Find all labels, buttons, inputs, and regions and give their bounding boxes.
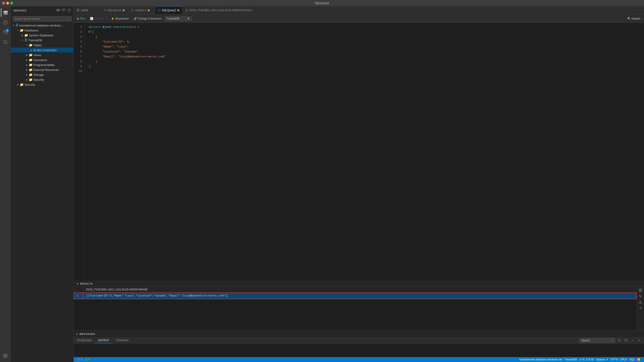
status-bar: 3 0 tutorialserver.database.windows.net … [74,357,644,362]
databases-node[interactable]: ▼ 📁 Databases [11,28,74,33]
smiley[interactable]: 🙂 [636,358,641,361]
servers-activity-icon[interactable] [1,8,10,17]
results-row-1[interactable]: 1 [{"CustomerID":5,"Name":"Lucy","Locati… [74,293,636,299]
databases-label: Databases [24,29,38,32]
connection-info[interactable]: tutorialserver.database.windows.net : Tu… [518,358,578,361]
server-tree: ▼ 🗄 tutorialserver.database.windows.... … [11,23,74,362]
synonyms-node[interactable]: ▶ 📁 Synonyms [11,57,74,62]
explain-button[interactable]: 🔍 Explain [626,16,642,21]
line-ending-label: CRLF [620,358,627,361]
tab-json[interactable]: {} JSON_F52E2B61-18A1-11d1-B105-00805F49… [182,6,241,14]
new-connection-icon[interactable] [56,8,60,12]
tab-terminal[interactable]: TERMINAL [112,338,132,343]
status-right: tutorialserver.database.windows.net : Tu… [518,358,641,361]
storage-folder-icon: 📁 [29,73,32,76]
tutorialdb-security-node[interactable]: ▶ 📁 Security [11,77,74,82]
tables-node[interactable]: ▼ 📁 Tables [11,43,74,47]
language-info[interactable]: SQL [628,358,636,361]
error-count[interactable]: 3 [76,358,83,361]
search-dropdown-wrap: Search [579,338,615,343]
dbo-customers-node[interactable]: ▶ ⊞ dbo.Customers [11,47,74,52]
svg-rect-18 [639,289,640,290]
more-tabs-button[interactable]: ··· [636,6,644,14]
database-icon: 🗄 [24,38,28,42]
encoding-info[interactable]: UTF-8 [610,358,619,361]
svg-point-4 [6,33,7,34]
editor-area: 🗄 rialDB ⬡ SQLQuery1 ⬡ Untitled-3 ⬡ SQLQ… [74,6,644,362]
tab-rialdb[interactable]: 🗄 rialDB [74,6,100,14]
smiley-icon: 🙂 [637,358,640,361]
position-label: Ln 6, Col 30 [579,358,594,361]
settings-activity-icon[interactable] [1,351,10,360]
warning-count[interactable]: 0 [84,358,91,361]
cancel-label: Cancel [94,17,102,20]
storage-node[interactable]: ▶ 📁 Storage [11,72,74,77]
tab-output[interactable]: OUTPUT [95,338,112,343]
svg-point-7 [4,41,7,43]
tutorialdb-arrow: ▼ [21,38,24,42]
tab-sqlquery2[interactable]: ⬡ SQLQuery2 [155,6,182,14]
line-ending-info[interactable]: CRLF [619,358,628,361]
code-line-5: "Name": "Lucy", [88,44,640,49]
views-label: Views [34,53,41,57]
results-export-icon[interactable] [638,299,643,305]
svg-rect-35 [626,340,628,342]
source-control-activity-icon[interactable]: 3 [1,28,10,37]
refresh-icon[interactable] [67,8,71,12]
code-line-4: "CustomerID": 5, [88,39,640,44]
position-info[interactable]: Ln 6, Col 30 [578,358,595,361]
tab-untitled3[interactable]: ⬡ Untitled-3 [128,6,155,14]
database-selector[interactable]: TutorialDB ▼ [165,16,192,21]
code-editor[interactable]: 1 2 3 4 5 6 7 8 9 10 declare @json nvarc… [74,23,644,281]
views-node[interactable]: ▶ 📁 Views [11,52,74,57]
svg-rect-2 [4,14,8,15]
change-connection-button[interactable]: 🔗 Change Connection [132,16,164,21]
search-activity-icon[interactable] [1,38,10,47]
copy-icon[interactable] [623,338,629,343]
messages-header-label: MESSAGES [80,333,95,335]
results-bar-chart-icon[interactable] [638,305,643,310]
disconnect-icon[interactable] [62,8,65,12]
results-table: JSON_F52E2B61-18A1-11d1-B105-00805F49916… [74,287,636,299]
db-tab-icon: 🗄 [77,9,80,12]
tab-problems[interactable]: PROBLEMS [74,338,95,343]
search-input[interactable] [12,16,72,21]
results-table-wrap[interactable]: JSON_F52E2B61-18A1-11d1-B105-00805F49916… [74,287,636,330]
programmability-node[interactable]: ▶ 📁 Programmability [11,62,74,67]
db-selector-arrow: ▼ [187,17,190,20]
synonyms-folder-icon: 📁 [29,58,32,62]
filter-icon[interactable] [616,338,622,343]
history-activity-icon[interactable] [1,18,10,27]
results-col-json: JSON_F52E2B61-18A1-11d1-B105-00805F49916… [83,287,636,293]
server-security-node[interactable]: ▶ 📁 Security [11,82,74,87]
svg-rect-1 [4,12,8,13]
external-resources-node[interactable]: ▶ 📁 External Resources [11,67,74,72]
external-resources-arrow: ▶ [25,68,29,72]
close-panel-icon[interactable] [637,338,642,343]
db-selector-label: TutorialDB [167,17,180,20]
close-button[interactable] [2,2,5,4]
customers-label: dbo.Customers [37,48,56,52]
disconnect-button[interactable]: ⚡ Disconnect [109,16,130,21]
tutorialdb-node[interactable]: ▼ 🗄 TutorialDB [11,38,74,43]
sql-tab-icon-2: ⬡ [131,9,134,12]
server-label: tutorialserver.database.windows.... [19,24,64,27]
system-databases-arrow: ▶ [21,33,24,37]
results-grid-icon[interactable] [638,288,643,293]
cancel-button[interactable]: ⬜ Cancel [88,16,104,21]
system-databases-node[interactable]: ▶ 📁 System Databases [11,33,74,38]
run-button[interactable]: ▶ Run [76,16,87,21]
spaces-info[interactable]: Spaces: 4 [595,358,609,361]
tab-sqlquery1[interactable]: ⬡ SQLQuery1 [100,6,128,14]
svg-point-9 [5,355,6,357]
server-node[interactable]: ▼ 🗄 tutorialserver.database.windows.... [11,23,74,28]
svg-line-8 [6,43,7,44]
results-chart-icon[interactable] [638,293,643,299]
code-content: declare @json nvarchar(max) = N'[ { "Cus… [85,23,644,281]
search-dropdown[interactable]: Search [579,338,615,343]
results-header[interactable]: ▼ RESULTS [74,281,644,287]
change-connection-label: Change Connection [138,17,162,20]
minimize-button[interactable] [6,2,9,4]
scroll-up-icon[interactable] [630,338,636,343]
maximize-button[interactable] [10,2,13,4]
